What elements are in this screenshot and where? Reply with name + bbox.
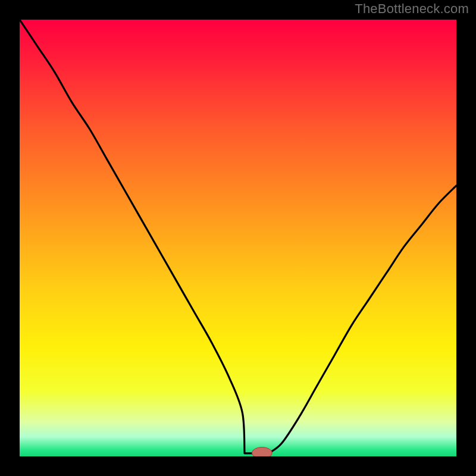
gradient-background: [20, 20, 456, 456]
bottleneck-chart: [20, 20, 456, 456]
chart-frame: TheBottleneck.com: [0, 0, 476, 476]
optimal-point-marker: [252, 447, 272, 456]
plot-area: [20, 20, 456, 456]
watermark-text: TheBottleneck.com: [355, 1, 469, 17]
